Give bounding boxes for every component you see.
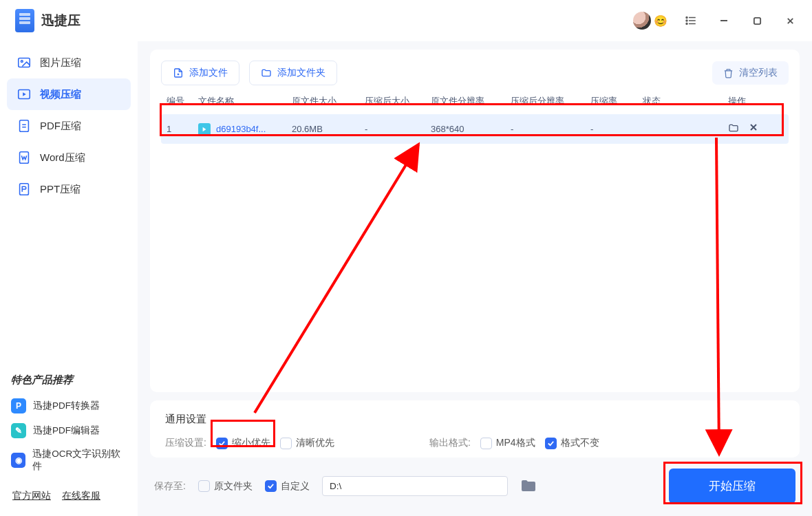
sidebar: 图片压缩 视频压缩 PDF压缩 Word压缩 PPT压缩 特色产品推荐 P 迅捷…	[0, 41, 138, 516]
svg-point-5	[686, 23, 687, 25]
quality-priority-option[interactable]: 清晰优先	[280, 437, 334, 449]
add-file-button[interactable]: 添加文件	[161, 61, 239, 85]
promo-icon: ◉	[11, 453, 25, 468]
compress-setting-label: 压缩设置:	[165, 437, 206, 449]
promo-icon: P	[11, 398, 26, 413]
promo-icon: ✎	[11, 423, 26, 438]
button-label: 清空列表	[739, 67, 778, 79]
option-label: MP4格式	[496, 437, 535, 449]
same-format-option[interactable]: 格式不变	[545, 437, 599, 449]
cell-ratio: -	[590, 124, 639, 134]
cell-no: 1	[167, 124, 194, 134]
online-support-link[interactable]: 在线客服	[62, 490, 100, 502]
col-ops: 操作	[728, 95, 783, 107]
col-comp-size: 压缩后大小	[365, 95, 427, 107]
promo-label: 迅捷OCR文字识别软件	[32, 448, 127, 473]
nav-word-compress[interactable]: Word压缩	[7, 142, 131, 173]
option-label: 缩小优先	[232, 437, 270, 449]
col-orig-size: 原文件大小	[292, 95, 361, 107]
avatar-icon	[633, 12, 651, 30]
checkbox-icon	[480, 438, 492, 449]
browse-folder-button[interactable]	[520, 479, 538, 494]
nav-video-compress[interactable]: 视频压缩	[7, 78, 131, 110]
col-ratio: 压缩率	[590, 95, 639, 107]
video-compress-icon	[17, 87, 32, 102]
official-site-link[interactable]: 官方网站	[12, 490, 51, 502]
smile-icon: 😊	[654, 14, 667, 28]
cell-orig-size: 20.6MB	[292, 124, 361, 134]
start-compress-button[interactable]: 开始压缩	[669, 469, 795, 504]
mp4-format-option[interactable]: MP4格式	[480, 437, 535, 449]
titlebar-controls: 😊	[633, 11, 800, 30]
video-file-icon	[198, 123, 211, 136]
path-input[interactable]	[322, 476, 508, 496]
image-compress-icon	[17, 55, 32, 70]
titlebar: 迅捷压 😊	[0, 0, 812, 41]
nav-label: 图片压缩	[40, 56, 81, 69]
toolbar: 添加文件 添加文件夹 清空列表	[161, 61, 789, 85]
nav-ppt-compress[interactable]: PPT压缩	[7, 173, 131, 205]
checkbox-icon	[545, 438, 557, 449]
file-name-text: d69193b4f...	[216, 124, 266, 134]
pdf-compress-icon	[17, 118, 32, 133]
button-label: 添加文件	[189, 67, 228, 79]
checkbox-icon	[265, 480, 277, 492]
custom-folder-option[interactable]: 自定义	[265, 480, 310, 493]
settings-row: 压缩设置: 缩小优先 清晰优先 输出格式: MP4格式 格式不变	[165, 437, 784, 449]
option-label: 格式不变	[561, 437, 599, 449]
open-folder-icon[interactable]	[728, 122, 739, 136]
user-avatar[interactable]: 😊	[633, 12, 667, 30]
svg-rect-11	[20, 120, 29, 132]
small-priority-option[interactable]: 缩小优先	[216, 437, 270, 449]
app-logo: 迅捷压	[15, 9, 81, 32]
svg-point-3	[686, 17, 687, 19]
nav-label: PPT压缩	[40, 183, 81, 196]
col-status: 状态	[643, 95, 724, 107]
col-orig-res: 原文件分辨率	[431, 95, 506, 107]
svg-point-4	[686, 20, 687, 21]
nav-label: PDF压缩	[40, 120, 81, 133]
maximize-button[interactable]	[747, 11, 767, 30]
promo-pdf-converter[interactable]: P 迅捷PDF转换器	[7, 394, 131, 418]
logo-icon	[15, 9, 34, 32]
promo-label: 迅捷PDF转换器	[33, 400, 100, 412]
cell-comp-res: -	[511, 124, 586, 134]
clear-list-button[interactable]: 清空列表	[712, 61, 789, 85]
promo-pdf-editor[interactable]: ✎ 迅捷PDF编辑器	[7, 418, 131, 443]
svg-point-9	[21, 61, 23, 63]
promo-ocr[interactable]: ◉ 迅捷OCR文字识别软件	[7, 443, 131, 477]
promo-label: 迅捷PDF编辑器	[33, 424, 100, 437]
col-comp-res: 压缩后分辨率	[511, 95, 586, 107]
footer-row: 保存至: 原文件夹 自定义 开始压缩	[150, 466, 800, 508]
promo-section-title: 特色产品推荐	[7, 374, 131, 394]
save-to-label: 保存至:	[154, 480, 186, 493]
cell-ops	[728, 122, 783, 136]
ppt-compress-icon	[17, 182, 32, 197]
svg-rect-8	[19, 58, 30, 67]
table-header: 编号 文件名称 原文件大小 压缩后大小 原文件分辨率 压缩后分辨率 压缩率 状态…	[161, 85, 789, 114]
cell-orig-res: 368*640	[431, 124, 506, 134]
checkbox-icon	[280, 438, 292, 449]
file-list-card: 添加文件 添加文件夹 清空列表 编号 文件名称 原文件大小 压缩后大小 原文件分…	[150, 50, 800, 392]
checkbox-icon	[216, 438, 228, 449]
orig-folder-option[interactable]: 原文件夹	[198, 480, 253, 493]
option-label: 清晰优先	[296, 437, 334, 449]
settings-title: 通用设置	[165, 413, 784, 426]
word-compress-icon	[17, 150, 32, 165]
nav-image-compress[interactable]: 图片压缩	[7, 47, 131, 78]
svg-rect-7	[754, 17, 760, 23]
bottom-links: 官方网站 在线客服	[7, 477, 131, 508]
close-button[interactable]	[780, 11, 800, 30]
checkbox-icon	[198, 480, 210, 492]
minimize-button[interactable]	[714, 11, 734, 30]
table-row[interactable]: 1 d69193b4f... 20.6MB - 368*640 - -	[161, 114, 789, 144]
nav-pdf-compress[interactable]: PDF压缩	[7, 110, 131, 142]
list-view-button[interactable]	[681, 11, 701, 30]
cell-comp-size: -	[365, 124, 427, 134]
nav-label: 视频压缩	[40, 88, 81, 101]
app-title: 迅捷压	[41, 14, 81, 28]
remove-row-icon[interactable]	[749, 122, 758, 136]
add-folder-button[interactable]: 添加文件夹	[249, 61, 337, 85]
output-format-label: 输出格式:	[429, 437, 471, 449]
nav-label: Word压缩	[40, 151, 85, 164]
